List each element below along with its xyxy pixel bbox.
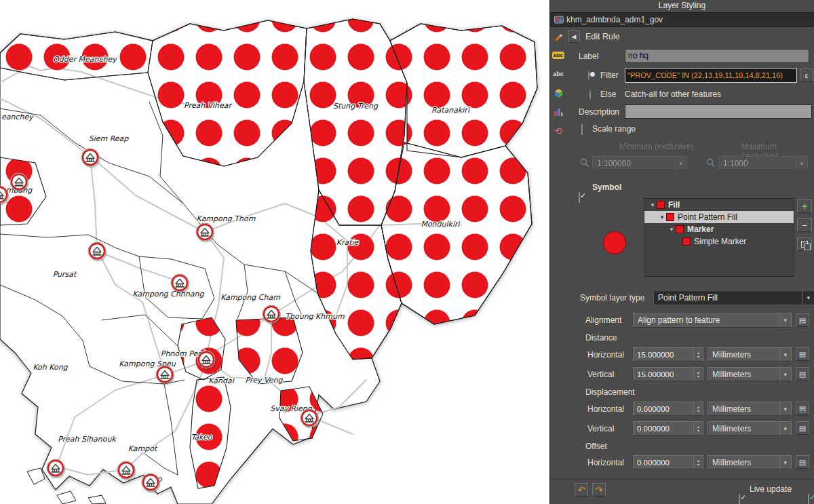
distance-section-label: Distance [585,333,617,343]
duplicate-icon [801,241,808,248]
symbol-layer-tree: ▾ Fill ▾ Point Pattern Fill ▾ Marker Sim… [644,198,794,277]
displacement-horizontal-unit-combo[interactable]: Millimeters ▾ [708,402,792,416]
undo-style-button[interactable]: ↶ [575,483,588,497]
live-update-label: Live update [750,484,792,494]
symbol-layer-type-combo[interactable]: Point Pattern Fill ▾ [653,290,814,305]
layer-styling-panel: Layer Styling khm_admbnda_adm1_gov abc a… [549,0,814,504]
layer-icon [554,16,564,24]
distance-vertical-spinbox[interactable]: 15.000000 ▴▾ [633,367,703,381]
data-defined-icon: ▤ [799,458,806,467]
symbol-preview [603,231,626,254]
displacement-vertical-spinbox[interactable]: 0.000000 ▴▾ [633,421,703,435]
province-label: Kandal [208,376,235,385]
chevron-down-icon: ▾ [675,157,682,170]
maximum-scale-combo[interactable]: 1:1000 ▾ [718,156,808,170]
data-defined-icon: ▤ [799,350,806,359]
remove-symbol-layer-button[interactable]: − [797,218,812,232]
tree-row-fill[interactable]: ▾ Fill [644,199,794,211]
data-defined-icon: ▤ [799,316,806,325]
displacement-horizontal-spinbox[interactable]: 0.000000 ▴▾ [633,402,703,416]
spinner-arrows-icon[interactable]: ▴▾ [693,456,703,469]
data-defined-icon: ▤ [799,404,806,413]
history-tab-icon[interactable]: ⟲ [552,125,564,137]
chevron-down-icon: ▾ [796,157,803,170]
data-defined-icon: ▤ [799,424,806,433]
chevron-down-icon: ▾ [648,201,657,208]
simple-marker-swatch [682,237,691,246]
minimum-scale-combo[interactable]: 1:100000 ▾ [592,156,687,170]
province-label: Koh Kong [33,363,68,372]
displacement-vertical-data-defined-button[interactable]: ▤ [796,421,809,435]
offset-horizontal-label: Horizontal [587,458,624,467]
app-window: Odder MeancheyeancheySiem ReapPreah Vihe… [0,0,814,504]
tree-row-simple-marker[interactable]: Simple Marker [644,235,794,248]
footer-divider [550,479,814,480]
distance-horizontal-unit-combo[interactable]: Millimeters ▾ [708,347,792,362]
symbol-checkbox[interactable] [579,192,580,203]
chevron-down-icon: ▾ [779,348,787,362]
labels-tab-icon[interactable]: abc [552,49,564,61]
3d-view-tab-icon[interactable] [552,87,564,99]
layer-selector[interactable]: khm_admbnda_adm1_gov [550,12,814,27]
chevron-down-icon: ▾ [779,368,787,381]
offset-horizontal-spinbox[interactable]: 0.000000 ▴▾ [633,455,703,469]
zoom-out-icon [580,158,589,168]
spinner-arrows-icon[interactable]: ▴▾ [693,422,703,435]
undo-icon: ↶ [578,485,585,495]
live-update-checkbox[interactable] [739,494,740,504]
spinner-arrows-icon[interactable]: ▴▾ [693,368,703,381]
displacement-vertical-label: Vertical [587,424,614,433]
description-input[interactable] [625,104,812,119]
fill-symbol-swatch [657,201,665,209]
distance-vertical-data-defined-button[interactable]: ▤ [796,367,809,381]
redo-style-button[interactable]: ↷ [592,483,606,497]
map-canvas[interactable]: Odder MeancheyeancheySiem ReapPreah Vihe… [0,0,549,504]
add-symbol-layer-button[interactable]: + [797,199,812,213]
province-label: Kampong Thom [197,214,256,223]
alignment-label: Alignment [585,315,621,325]
back-button[interactable]: ◀ [568,31,580,43]
tree-row-marker[interactable]: ▾ Marker [644,223,794,235]
offset-horizontal-unit-combo[interactable]: Millimeters ▾ [708,455,792,469]
cambodia-map: Odder MeancheyeancheySiem ReapPreah Vihe… [0,0,549,504]
province-label: Tboung Khmum [285,312,345,321]
distance-horizontal-data-defined-button[interactable]: ▤ [796,347,809,361]
province-label: Prey Veng [246,376,284,385]
zoom-in-icon [706,158,716,168]
else-radio[interactable] [589,90,591,100]
distance-vertical-unit-combo[interactable]: Millimeters ▾ [708,367,792,381]
else-description: Catch-all for other features [625,90,721,99]
distance-horizontal-label: Horizontal [587,350,624,360]
spinner-arrows-icon[interactable]: ▴▾ [693,402,703,415]
expression-builder-button[interactable]: ε [800,69,813,82]
panel-edge-checkbox[interactable] [808,494,809,504]
diagrams-tab-icon[interactable] [552,106,564,118]
tree-row-point-pattern-fill[interactable]: ▾ Point Pattern Fill [644,211,794,223]
displacement-horizontal-label: Horizontal [587,404,624,414]
spinner-arrows-icon[interactable]: ▴▾ [693,348,703,361]
alignment-data-defined-button[interactable]: ▤ [796,313,809,327]
filter-expression-input[interactable]: "PROV_CODE" IN (22,13,19,11,10,14,8,21,1… [625,68,797,83]
symbol-label: Symbol [592,182,621,192]
province-label: Takeo [191,433,212,442]
displacement-horizontal-data-defined-button[interactable]: ▤ [796,402,809,415]
displacement-vertical-unit-combo[interactable]: Millimeters ▾ [708,421,792,435]
chevron-down-icon: ▾ [779,422,787,435]
redo-icon: ↷ [596,485,603,495]
offset-section-label: Offset [585,442,607,451]
symbology-tab-icon[interactable] [552,31,564,43]
panel-title: Layer Styling [550,1,814,10]
scale-range-label: Scale range [592,124,636,134]
duplicate-symbol-layer-button[interactable] [797,237,812,251]
minimum-scale-label: Minimum (exclusive) [619,142,693,151]
scale-range-checkbox[interactable] [581,124,583,135]
alignment-combo[interactable]: Align pattern to feature ▾ [633,313,792,328]
chevron-down-icon: ▾ [779,456,787,469]
rule-label-input[interactable]: no hq [625,49,809,63]
distance-horizontal-spinbox[interactable]: 15.000000 ▴▾ [633,347,703,362]
offset-horizontal-data-defined-button[interactable]: ▤ [796,455,809,469]
chevron-down-icon: ▾ [779,313,787,327]
filter-radio[interactable] [588,70,589,81]
masks-tab-icon[interactable]: abc [552,68,564,80]
province-label: Stung Treng [333,102,379,111]
